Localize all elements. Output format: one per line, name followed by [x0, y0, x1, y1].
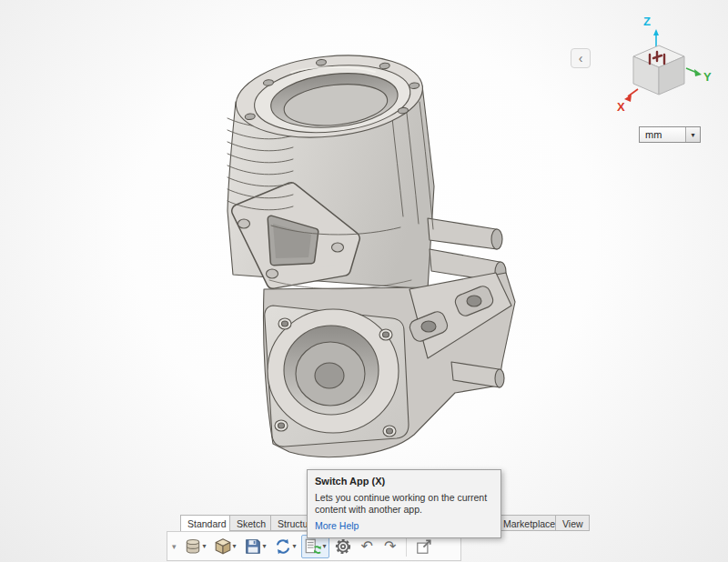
database-button[interactable]: ▾	[181, 535, 209, 558]
gear-icon	[334, 537, 352, 556]
cad-viewport: ‹ Z Y X mm ▾ Switch App (X)	[0, 0, 728, 562]
undo-icon: ↶	[359, 539, 375, 554]
engine-front-face[interactable]	[265, 306, 409, 447]
chevron-down-icon[interactable]: ▾	[293, 543, 297, 550]
sync-icon	[274, 537, 292, 556]
z-axis-label: Z	[643, 15, 651, 28]
y-axis-arrow	[694, 69, 702, 76]
chevron-down-icon[interactable]: ▾	[203, 543, 207, 550]
sync-button[interactable]: ▾	[271, 535, 299, 558]
chevron-down-icon[interactable]: ▾	[685, 127, 700, 142]
engine-side-bosses[interactable]	[428, 218, 506, 282]
tab-marketplace[interactable]: Marketplace	[496, 515, 556, 531]
redo-button[interactable]: ↷	[379, 537, 400, 557]
tooltip-more-help-link[interactable]: More Help	[315, 520, 493, 532]
tab-structure[interactable]: Structur	[270, 515, 308, 531]
collapse-panel-button[interactable]: ‹	[571, 48, 591, 68]
tab-view[interactable]: View	[555, 515, 590, 531]
external-window-icon	[415, 537, 433, 556]
toolbar-separator	[406, 537, 407, 557]
switch-app-icon	[304, 537, 322, 556]
view-cube-body[interactable]	[633, 45, 684, 95]
chevron-down-icon[interactable]: ▾	[263, 543, 267, 550]
chevron-down-icon[interactable]: ▾	[323, 543, 327, 550]
cube-icon	[214, 537, 232, 556]
save-button[interactable]: ▾	[241, 535, 269, 558]
database-icon	[184, 537, 202, 556]
save-icon	[244, 537, 262, 556]
units-value: mm	[640, 129, 685, 140]
tab-standard[interactable]: Standard	[180, 515, 230, 532]
units-dropdown[interactable]: mm ▾	[639, 126, 701, 143]
primitive-cube-button[interactable]: ▾	[211, 535, 239, 558]
y-axis-label: Y	[703, 70, 712, 84]
view-cube[interactable]: Z Y X	[613, 11, 715, 116]
tab-sketch[interactable]: Sketch	[229, 515, 271, 531]
toolbar-overflow-icon[interactable]: ▾	[172, 542, 177, 551]
x-axis-label: X	[617, 100, 625, 114]
undo-button[interactable]: ↶	[357, 537, 378, 557]
tooltip-body: Lets you continue working on the current…	[315, 492, 493, 516]
redo-icon: ↷	[382, 539, 398, 554]
z-axis-arrow	[653, 29, 659, 35]
tooltip: Switch App (X) Lets you continue working…	[307, 469, 501, 538]
tooltip-title: Switch App (X)	[315, 476, 493, 488]
x-axis-line	[628, 89, 638, 96]
chevron-down-icon[interactable]: ▾	[233, 543, 237, 550]
